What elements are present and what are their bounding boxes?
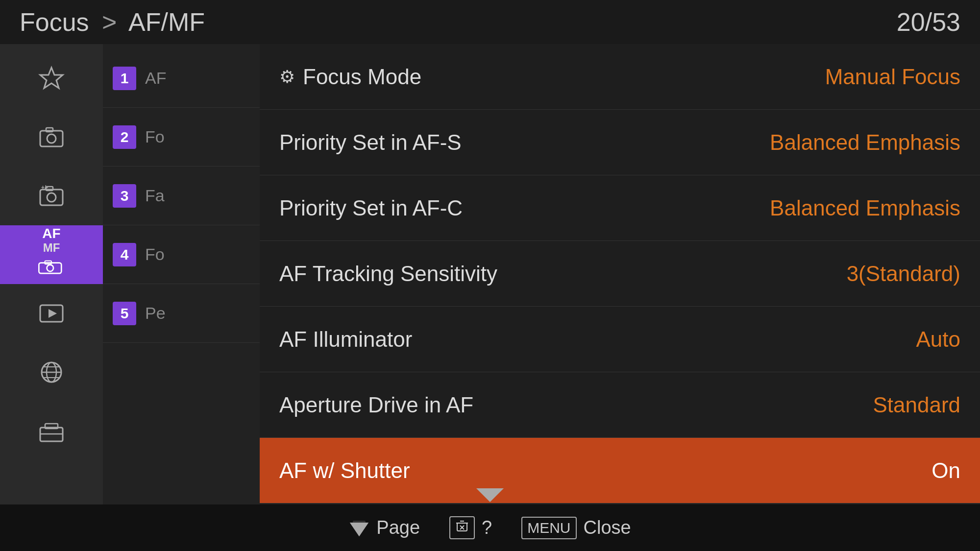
sidebar-item-exposure[interactable]: +/- xyxy=(0,167,103,225)
focus-mode-value: Manual Focus xyxy=(825,65,960,89)
gear-focus-icon: ⚙ xyxy=(279,67,295,87)
menu-row-priority-afs-left: Priority Set in AF-S xyxy=(279,130,462,155)
aperture-drive-value: Standard xyxy=(873,393,960,417)
priority-afs-value: Balanced Emphasis xyxy=(770,130,960,155)
menu-row-af-shutter[interactable]: AF w/ Shutter On xyxy=(260,438,980,503)
delete-help-button[interactable]: ? xyxy=(449,516,492,539)
svg-point-2 xyxy=(47,134,56,143)
menu-row-priority-afs[interactable]: Priority Set in AF-S Balanced Emphasis xyxy=(260,110,980,175)
menu-row-aperture-drive[interactable]: Aperture Drive in AF Standard xyxy=(260,372,980,438)
menu-row-af-tracking-left: AF Tracking Sensitivity xyxy=(279,262,497,286)
submenu-text-1: AF xyxy=(145,69,166,88)
menu-row-focus-mode-left: ⚙ Focus Mode xyxy=(279,65,421,89)
sidebar: +/- AF MF xyxy=(0,44,103,504)
delete-help-label: ? xyxy=(482,517,492,538)
menu-row-aperture-drive-left: Aperture Drive in AF xyxy=(279,393,473,417)
afmf-label: AF MF xyxy=(38,226,65,283)
bottom-bar: Page ? MENU Close xyxy=(0,504,980,551)
submenu-item-4[interactable]: 4 Fo xyxy=(103,225,260,284)
submenu-item-2[interactable]: 2 Fo xyxy=(103,108,260,167)
submenu-text-2: Fo xyxy=(145,127,165,146)
menu-row-priority-afc[interactable]: Priority Set in AF-C Balanced Emphasis xyxy=(260,175,980,241)
content-panel: ⚙ Focus Mode Manual Focus Priority Set i… xyxy=(260,44,980,504)
globe-icon xyxy=(38,359,65,385)
breadcrumb-root: Focus xyxy=(20,8,89,36)
submenu-item-1[interactable]: 1 AF xyxy=(103,49,260,108)
aperture-drive-label: Aperture Drive in AF xyxy=(279,393,473,417)
submenu-number-2: 2 xyxy=(113,125,136,149)
priority-afc-label: Priority Set in AF-C xyxy=(279,196,463,220)
submenu-number-5: 5 xyxy=(113,302,136,325)
menu-row-af-illuminator[interactable]: AF Illuminator Auto xyxy=(260,307,980,372)
submenu-text-3: Fa xyxy=(145,186,165,205)
breadcrumb-child: AF/MF xyxy=(128,8,205,36)
priority-afc-value: Balanced Emphasis xyxy=(770,196,960,220)
af-shutter-value: On xyxy=(931,458,960,483)
priority-afs-label: Priority Set in AF-S xyxy=(279,130,462,155)
menu-row-focus-mode[interactable]: ⚙ Focus Mode Manual Focus xyxy=(260,44,980,110)
af-illuminator-value: Auto xyxy=(916,327,960,352)
svg-point-9 xyxy=(47,265,54,272)
page-label: Page xyxy=(376,517,420,538)
submenu-number-4: 4 xyxy=(113,243,136,266)
delete-icon xyxy=(455,519,469,533)
submenu-text-5: Pe xyxy=(145,304,166,323)
af-tracking-label: AF Tracking Sensitivity xyxy=(279,262,497,286)
menu-row-priority-afc-left: Priority Set in AF-C xyxy=(279,196,463,220)
submenu-number-3: 3 xyxy=(113,184,136,208)
svg-marker-12 xyxy=(49,309,57,318)
af-shutter-label: AF w/ Shutter xyxy=(279,458,410,483)
breadcrumb-separator: > xyxy=(102,8,117,36)
submenu-item-5[interactable]: 5 Pe xyxy=(103,284,260,343)
sidebar-item-afmf[interactable]: AF MF xyxy=(0,225,103,284)
menu-row-af-shutter-left: AF w/ Shutter xyxy=(279,458,410,483)
playback-icon xyxy=(38,300,65,327)
svg-rect-3 xyxy=(46,128,53,132)
header: Focus > AF/MF 20/53 xyxy=(0,0,980,44)
svg-marker-23 xyxy=(350,523,368,536)
svg-point-5 xyxy=(47,193,56,202)
svg-text:+/-: +/- xyxy=(41,184,48,191)
sidebar-item-setup[interactable] xyxy=(0,402,103,460)
sidebar-item-favorites[interactable] xyxy=(0,49,103,108)
svg-rect-4 xyxy=(40,190,63,205)
af-tracking-value: 3(Standard) xyxy=(847,262,960,286)
page-button[interactable]: Page xyxy=(349,517,420,538)
af-illuminator-label: AF Illuminator xyxy=(279,327,412,352)
star-icon xyxy=(38,65,65,92)
camera-icon xyxy=(38,124,65,150)
submenu-item-3[interactable]: 3 Fa xyxy=(103,167,260,225)
page-icon xyxy=(349,518,369,538)
menu-icon-box: MENU xyxy=(521,517,576,539)
camera-small-icon xyxy=(38,254,65,281)
page-counter: 20/53 xyxy=(897,7,960,37)
menu-row-af-tracking[interactable]: AF Tracking Sensitivity 3(Standard) xyxy=(260,241,980,307)
submenu-number-1: 1 xyxy=(113,67,136,90)
toolbox-icon xyxy=(38,418,65,444)
focus-mode-label: Focus Mode xyxy=(303,65,421,89)
delete-icon-box xyxy=(449,516,475,539)
exposure-icon: +/- xyxy=(38,183,65,209)
sidebar-item-network[interactable] xyxy=(0,343,103,402)
sidebar-item-playback[interactable] xyxy=(0,284,103,343)
svg-marker-0 xyxy=(40,68,63,88)
menu-row-af-illuminator-left: AF Illuminator xyxy=(279,327,412,352)
sidebar-item-camera[interactable] xyxy=(0,108,103,167)
submenu-panel: 1 AF 2 Fo 3 Fa 4 Fo 5 Pe xyxy=(103,44,260,504)
close-button[interactable]: MENU Close xyxy=(521,517,631,539)
close-label: Close xyxy=(584,517,631,538)
breadcrumb: Focus > AF/MF xyxy=(20,7,205,37)
main-layout: +/- AF MF xyxy=(0,44,980,504)
menu-label: MENU xyxy=(527,520,570,536)
scroll-down-arrow xyxy=(476,488,504,502)
svg-rect-1 xyxy=(40,131,63,146)
submenu-text-4: Fo xyxy=(145,245,165,264)
